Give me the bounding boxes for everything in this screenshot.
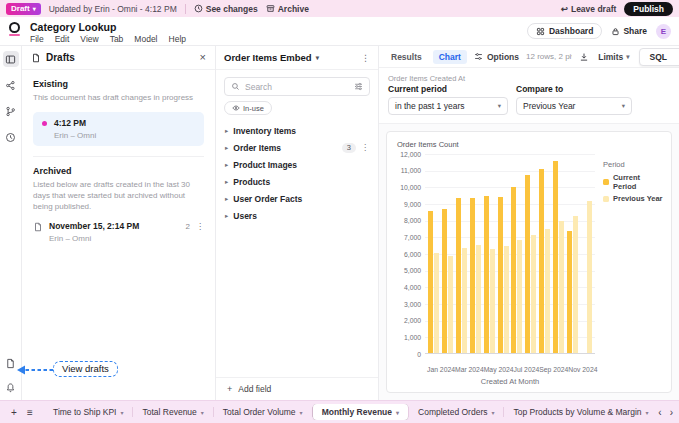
caret-right-icon[interactable]: ▸: [225, 212, 228, 220]
topic-selector[interactable]: Order Items Embed ▾: [224, 52, 319, 63]
draft-author: Erin – Omni: [54, 131, 96, 140]
tree-item-products[interactable]: ▸Products: [216, 173, 378, 190]
publish-button[interactable]: Publish: [624, 2, 673, 16]
legend-swatch-icon: [603, 196, 609, 202]
caret-right-icon[interactable]: ▸: [225, 144, 228, 152]
bar-group-apr-2024: [468, 154, 482, 353]
bar-current-period: [498, 197, 503, 353]
draft-badge-label: Draft: [11, 4, 30, 13]
legend-entry-current-period[interactable]: Current Period: [603, 173, 665, 191]
in-use-filter-chip[interactable]: In-use: [224, 101, 272, 115]
options-button[interactable]: Options: [474, 52, 519, 62]
chevron-down-icon[interactable]: ▾: [396, 409, 399, 416]
bar-previous-year: [573, 216, 578, 354]
y-tick-label: 2,000: [404, 317, 421, 324]
history-button[interactable]: [3, 129, 19, 145]
caret-right-icon[interactable]: ▸: [225, 127, 228, 135]
download-icon[interactable]: [579, 52, 589, 62]
workbook-tab-top-products-by-volume-margin[interactable]: Top Products by Volume & Margin▾: [504, 404, 652, 420]
filter-sliders-icon[interactable]: [354, 82, 363, 91]
tree-item-order-items[interactable]: ▸Order Items3⋮: [216, 139, 378, 156]
git-branch-icon: [5, 106, 16, 117]
current-period-select[interactable]: in the past 1 years ▾: [388, 97, 508, 115]
leave-draft-button[interactable]: ↩ Leave draft: [561, 4, 616, 14]
workbook-tab-time-to-ship-kpi[interactable]: Time to Ship KPI▾: [44, 404, 132, 420]
legend-entry-label: Previous Year: [613, 194, 662, 203]
add-tab-button[interactable]: +: [6, 404, 22, 420]
tree-item-user-order-facts[interactable]: ▸User Order Facts: [216, 190, 378, 207]
tab-list-button[interactable]: ≡: [22, 404, 38, 420]
y-tick-label: 9,000: [404, 201, 421, 208]
draft-status-badge[interactable]: Draft ▾: [6, 3, 41, 15]
menu-item-edit[interactable]: Edit: [55, 34, 70, 44]
omni-logo-icon[interactable]: [9, 22, 22, 35]
y-tick-label: 7,000: [404, 234, 421, 241]
archived-draft-time: November 15, 2:14 PM: [49, 221, 139, 231]
dashboard-button[interactable]: Dashboard: [527, 23, 602, 39]
workbook-tab-label: Time to Ship KPI: [53, 407, 116, 417]
bar-current-period: [567, 231, 572, 353]
chevron-down-icon[interactable]: ▾: [491, 409, 494, 416]
compare-to-select[interactable]: Previous Year ▾: [516, 97, 632, 115]
existing-description: This document has draft changes in progr…: [33, 92, 204, 103]
field-search[interactable]: [224, 77, 370, 96]
close-icon[interactable]: ×: [200, 52, 206, 63]
workbook-tab-completed-orders[interactable]: Completed Orders▾: [409, 404, 503, 420]
menu-item-model[interactable]: Model: [134, 34, 157, 44]
limits-dropdown[interactable]: Limits ▾: [598, 52, 629, 62]
archive-button[interactable]: Archive: [266, 4, 309, 14]
left-icon-rail: [0, 46, 22, 400]
y-tick-label: 12,000: [400, 151, 421, 158]
filter-context-label: Order Items Created At: [388, 74, 670, 83]
caret-right-icon[interactable]: ▸: [225, 195, 228, 203]
menu-item-view[interactable]: View: [80, 34, 98, 44]
tab-chart[interactable]: Chart: [433, 50, 467, 64]
toolbar-right: Limits ▾ SQL: [579, 48, 671, 66]
user-avatar[interactable]: E: [656, 24, 671, 39]
chevron-right-icon[interactable]: ›: [670, 407, 673, 418]
caret-right-icon[interactable]: ▸: [225, 161, 228, 169]
existing-draft-item[interactable]: 4:12 PM Erin – Omni: [33, 112, 204, 146]
share-nodes-button[interactable]: [3, 77, 19, 93]
bar-current-period: [442, 209, 447, 353]
tree-item-inventory-items[interactable]: ▸Inventory Items: [216, 122, 378, 139]
menu-item-file[interactable]: File: [30, 34, 44, 44]
tree-item-product-images[interactable]: ▸Product Images: [216, 156, 378, 173]
sidebar-panel-icon: [5, 54, 16, 65]
chevron-down-icon[interactable]: ▾: [300, 409, 303, 416]
branch-button[interactable]: [3, 103, 19, 119]
chevron-down-icon[interactable]: ▾: [120, 409, 123, 416]
bar-group-feb-2024: [441, 154, 455, 353]
workbook-tab-monthly-revenue[interactable]: Monthly Revenue▾: [313, 404, 408, 420]
tree-item-users[interactable]: ▸Users: [216, 207, 378, 224]
caret-right-icon[interactable]: ▸: [225, 178, 228, 186]
kebab-menu-icon[interactable]: ⋮: [361, 143, 369, 152]
share-button[interactable]: Share: [611, 26, 647, 36]
app-window: Draft ▾ Updated by Erin - Omni - 4:12 PM…: [0, 0, 679, 423]
workbook-tab-total-revenue[interactable]: Total Revenue▾: [133, 404, 212, 420]
annotation-arrow-icon: [16, 363, 54, 377]
chevron-down-icon: ▾: [498, 102, 501, 110]
sql-button[interactable]: SQL: [639, 48, 679, 66]
x-tick-label: May 2024: [484, 364, 514, 373]
chevron-down-icon[interactable]: ▾: [201, 409, 204, 416]
menu-item-help[interactable]: Help: [169, 34, 186, 44]
field-search-input[interactable]: [245, 82, 349, 92]
notifications-button[interactable]: [3, 379, 19, 395]
legend-entry-previous-year[interactable]: Previous Year: [603, 194, 665, 203]
x-tick-label: Sep 2024: [539, 364, 568, 373]
menu-item-tab[interactable]: Tab: [110, 34, 124, 44]
see-changes-button[interactable]: See changes: [194, 4, 258, 14]
document-icon: [31, 53, 41, 63]
kebab-menu-icon[interactable]: ⋮: [361, 53, 370, 63]
add-field-button[interactable]: + Add field: [216, 377, 378, 400]
tab-results[interactable]: Results: [387, 50, 426, 64]
archived-draft-item[interactable]: November 15, 2:14 PM Erin – Omni 2 ⋮: [33, 221, 204, 243]
toggle-panel-button[interactable]: [3, 51, 19, 67]
kebab-menu-icon[interactable]: ⋮: [196, 222, 204, 231]
return-arrow-icon: ↩: [561, 4, 568, 14]
chevron-down-icon[interactable]: ▾: [646, 409, 649, 416]
share-label: Share: [623, 26, 647, 36]
chevron-left-icon[interactable]: ‹: [658, 407, 661, 418]
workbook-tab-total-order-volume[interactable]: Total Order Volume▾: [214, 404, 312, 420]
